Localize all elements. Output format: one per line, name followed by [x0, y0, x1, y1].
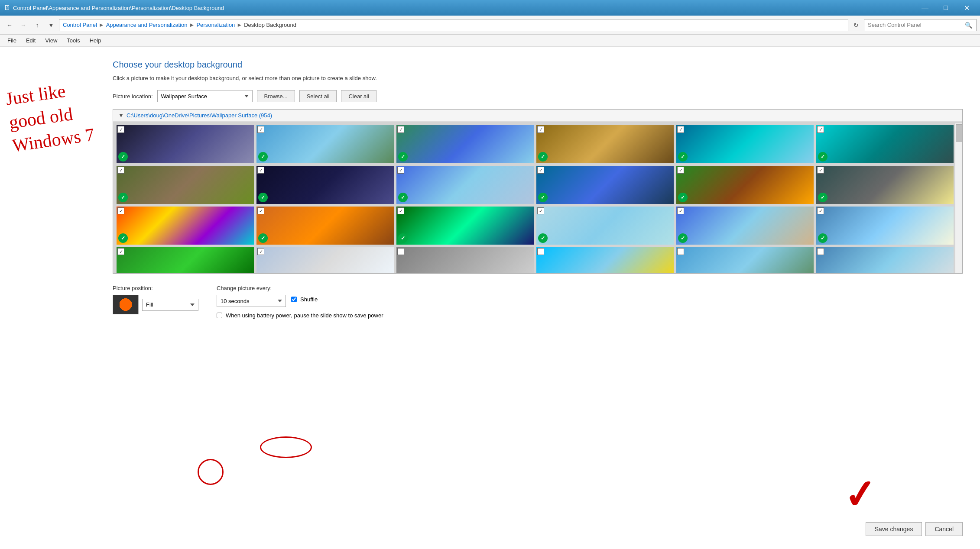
- wallpaper-item[interactable]: ✓: [256, 247, 394, 273]
- folder-collapse-arrow[interactable]: ▼: [118, 112, 124, 119]
- search-input[interactable]: [868, 22, 964, 28]
- wallpaper-item[interactable]: ✓ ✓: [256, 125, 394, 163]
- wallpaper-item[interactable]: ✓ ✓: [676, 166, 814, 204]
- handwriting-annotation: Just like good old Windows 7: [4, 76, 96, 158]
- menu-edit[interactable]: Edit: [22, 36, 39, 45]
- wallpaper-item[interactable]: ✓ ✓: [536, 207, 674, 245]
- wallpaper-thumbnail: [117, 166, 254, 204]
- wallpaper-checkbox-wrap: [677, 248, 684, 255]
- menu-file[interactable]: File: [3, 36, 20, 45]
- wallpaper-item[interactable]: ✓ ✓: [256, 207, 394, 245]
- wallpaper-item[interactable]: ✓: [117, 247, 254, 273]
- wallpaper-item[interactable]: ✓ ✓: [117, 207, 254, 245]
- menu-tools[interactable]: Tools: [63, 36, 84, 45]
- wallpaper-checkbox-wrap: ✓: [537, 126, 544, 133]
- timing-row: 10 seconds 30 seconds 1 minute 3 minutes…: [217, 295, 383, 307]
- scrollbar[interactable]: [955, 123, 962, 273]
- wallpaper-item[interactable]: ✓ ✓: [676, 207, 814, 245]
- wallpaper-thumbnail: [676, 207, 814, 245]
- action-buttons: Save changes Cancel: [866, 522, 963, 536]
- wallpaper-item[interactable]: ✓ ✓: [117, 166, 254, 204]
- wallpaper-checkbox-wrap: ✓: [677, 207, 684, 214]
- wallpaper-item[interactable]: ✓ ✓: [816, 207, 954, 245]
- up-button[interactable]: ↑: [31, 19, 43, 31]
- wallpaper-thumbnail: [536, 207, 674, 245]
- wallpaper-item[interactable]: ✓ ✓: [816, 166, 954, 204]
- check-overlay: ✓: [258, 152, 268, 161]
- back-button[interactable]: ←: [3, 19, 16, 31]
- wallpaper-thumbnail: [676, 166, 814, 204]
- browse-button[interactable]: Browse...: [257, 90, 295, 102]
- wallpaper-thumbnail: [536, 166, 674, 204]
- wallpaper-item[interactable]: ✓ ✓: [256, 166, 394, 204]
- wallpaper-item[interactable]: ✓ ✓: [117, 125, 254, 163]
- minimize-button[interactable]: —: [915, 1, 935, 15]
- search-button[interactable]: 🔍: [964, 21, 973, 29]
- shuffle-label[interactable]: Shuffle: [300, 296, 318, 303]
- location-select[interactable]: Wallpaper Surface: [157, 90, 253, 102]
- wallpaper-checkbox-wrap: ✓: [257, 207, 264, 214]
- position-preview-thumbnail: [113, 295, 139, 314]
- wallpaper-checkbox-wrap: ✓: [117, 126, 124, 133]
- maximize-button[interactable]: □: [936, 1, 956, 15]
- check-overlay: ✓: [538, 233, 548, 243]
- annotation-line1: Just like: [4, 76, 90, 111]
- wallpaper-checkbox-wrap: ✓: [677, 126, 684, 133]
- wallpaper-item[interactable]: [536, 247, 674, 273]
- wallpaper-checkbox-wrap: ✓: [817, 207, 824, 214]
- picture-location-label: Picture location:: [113, 93, 153, 100]
- wallpaper-item[interactable]: ✓ ✓: [536, 125, 674, 163]
- timing-select[interactable]: 10 seconds 30 seconds 1 minute 3 minutes…: [217, 295, 286, 307]
- check-overlay: ✓: [258, 233, 268, 243]
- menu-bar: File Edit View Tools Help: [0, 35, 980, 47]
- shuffle-checkbox[interactable]: [291, 297, 297, 302]
- position-select[interactable]: Fill Fit Stretch Tile Center Span: [142, 299, 198, 311]
- check-overlay: ✓: [818, 193, 827, 202]
- wallpaper-item[interactable]: ✓ ✓: [396, 207, 534, 245]
- wallpaper-item[interactable]: ✓ ✓: [396, 166, 534, 204]
- wallpaper-item[interactable]: [676, 247, 814, 273]
- wallpaper-item[interactable]: ✓ ✓: [816, 125, 954, 163]
- wallpaper-thumbnail: [117, 207, 254, 245]
- breadcrumb-appearance[interactable]: Appearance and Personalization: [106, 22, 188, 28]
- breadcrumb-control-panel[interactable]: Control Panel: [63, 22, 97, 28]
- clear-all-button[interactable]: Clear all: [341, 90, 376, 102]
- wallpaper-checkbox-wrap: ✓: [537, 167, 544, 174]
- menu-view[interactable]: View: [41, 36, 61, 45]
- cancel-button[interactable]: Cancel: [925, 522, 963, 536]
- wallpaper-item[interactable]: ✓ ✓: [396, 125, 534, 163]
- wallpaper-checkbox-wrap: ✓: [117, 167, 124, 174]
- battery-label[interactable]: When using battery power, pause the slid…: [226, 312, 383, 319]
- scrollbar-thumb[interactable]: [956, 124, 962, 142]
- wallpaper-thumbnail: [816, 125, 954, 163]
- folder-path[interactable]: C:\Users\doug\OneDrive\Pictures\Wallpape…: [127, 112, 272, 119]
- wallpaper-item[interactable]: [396, 247, 534, 273]
- wallpaper-checkbox-wrap: ✓: [677, 167, 684, 174]
- wallpaper-checkbox-wrap: ✓: [117, 207, 124, 214]
- wallpaper-item[interactable]: ✓ ✓: [676, 125, 814, 163]
- folder-header: ▼ C:\Users\doug\OneDrive\Pictures\Wallpa…: [113, 110, 962, 122]
- check-overlay: ✓: [818, 152, 827, 161]
- wallpaper-thumbnail: [816, 207, 954, 245]
- wallpaper-checkbox-wrap: ✓: [817, 126, 824, 133]
- wallpaper-item[interactable]: [816, 247, 954, 273]
- refresh-button[interactable]: ↻: [850, 19, 862, 31]
- position-selector-row: Fill Fit Stretch Tile Center Span: [113, 295, 199, 314]
- battery-checkbox[interactable]: [217, 313, 222, 318]
- shuffle-circle-annotation: [260, 436, 312, 458]
- close-button[interactable]: ✕: [957, 1, 977, 15]
- select-all-button[interactable]: Select all: [299, 90, 337, 102]
- forward-button[interactable]: →: [17, 19, 29, 31]
- breadcrumb-personalization[interactable]: Personalization: [196, 22, 235, 28]
- wallpaper-thumbnail: [816, 247, 954, 273]
- check-overlay: ✓: [118, 152, 128, 161]
- wallpaper-grid: ✓ ✓ ✓ ✓ ✓ ✓ ✓ ✓: [113, 122, 962, 273]
- wallpaper-checkbox-wrap: [397, 248, 404, 255]
- window-title: Control Panel\Appearance and Personaliza…: [13, 5, 915, 11]
- wallpaper-item[interactable]: ✓ ✓: [536, 166, 674, 204]
- location-dropdown-button[interactable]: ▼: [45, 19, 57, 31]
- breadcrumb-current: Desktop Background: [244, 22, 296, 28]
- save-changes-button[interactable]: Save changes: [866, 522, 922, 536]
- menu-help[interactable]: Help: [86, 36, 105, 45]
- picture-position-label: Picture position:: [113, 285, 199, 291]
